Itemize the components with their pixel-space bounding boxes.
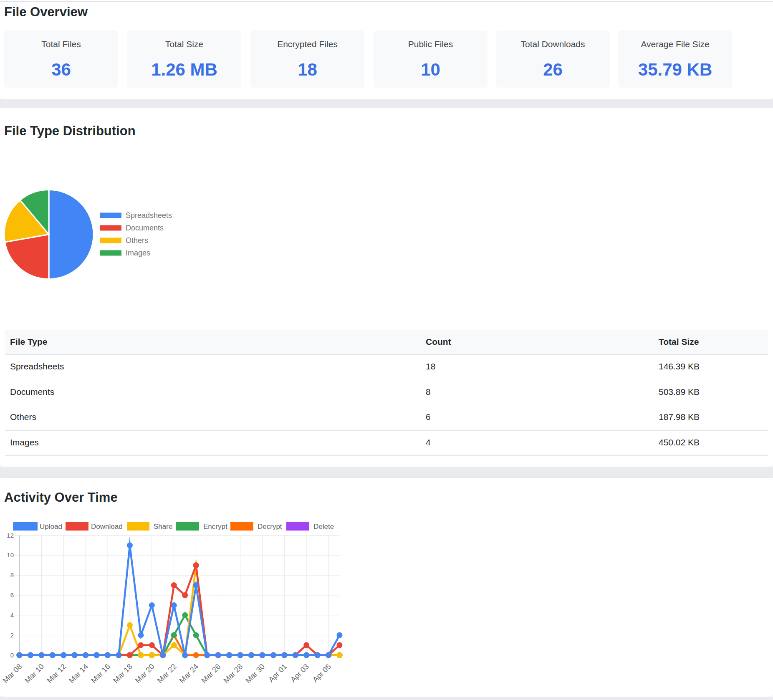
- svg-text:2: 2: [10, 632, 14, 639]
- svg-text:6: 6: [10, 591, 14, 599]
- svg-text:Mar 24: Mar 24: [178, 662, 200, 685]
- svg-text:Mar 14: Mar 14: [67, 662, 90, 685]
- svg-text:Download: Download: [91, 523, 123, 531]
- svg-text:Mar 26: Mar 26: [200, 662, 222, 685]
- svg-text:Mar 12: Mar 12: [45, 662, 68, 685]
- svg-text:Mar 16: Mar 16: [89, 662, 112, 685]
- svg-text:Mar 10: Mar 10: [23, 662, 45, 685]
- svg-text:Images: Images: [126, 249, 150, 257]
- svg-text:10: 10: [7, 551, 14, 558]
- svg-text:Apr 01: Apr 01: [267, 662, 288, 684]
- svg-text:Mar 18: Mar 18: [111, 662, 134, 685]
- svg-text:12: 12: [7, 532, 14, 539]
- svg-text:Share: Share: [154, 523, 172, 531]
- svg-text:Delete: Delete: [313, 523, 334, 531]
- svg-text:Mar 30: Mar 30: [244, 662, 266, 685]
- svg-text:Decrypt: Decrypt: [258, 523, 282, 531]
- svg-text:4: 4: [10, 612, 14, 619]
- svg-text:Others: Others: [126, 236, 148, 245]
- svg-text:0: 0: [10, 652, 14, 659]
- svg-text:Apr 05: Apr 05: [311, 662, 333, 684]
- svg-text:Mar 08: Mar 08: [1, 662, 24, 685]
- svg-text:Mar 22: Mar 22: [156, 662, 178, 685]
- svg-text:Encrypt: Encrypt: [203, 523, 227, 531]
- svg-text:Documents: Documents: [126, 224, 164, 232]
- svg-text:Spreadsheets: Spreadsheets: [126, 211, 172, 220]
- svg-text:Apr 03: Apr 03: [289, 662, 311, 684]
- svg-text:Mar 20: Mar 20: [134, 662, 156, 685]
- svg-text:8: 8: [10, 571, 14, 579]
- svg-text:Mar 28: Mar 28: [222, 662, 245, 685]
- svg-text:Upload: Upload: [40, 523, 62, 531]
